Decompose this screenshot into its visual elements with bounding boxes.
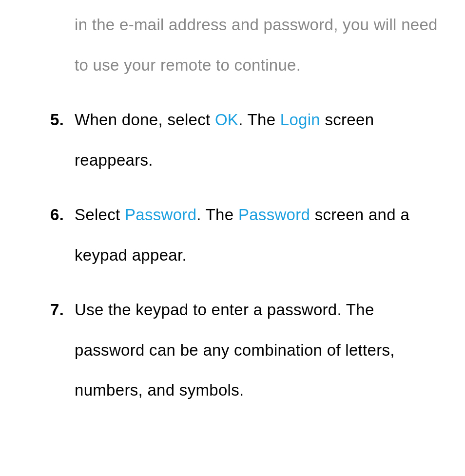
step-5-part-2: . The [238,111,280,129]
step-7-text: Use the keypad to enter a password. The … [75,301,395,399]
step-6: 6. Select Password. The Password screen … [75,195,446,275]
step-5-ok-highlight: OK [215,111,238,129]
step-number-6: 6. [50,195,64,235]
step-5-login-highlight: Login [280,111,320,129]
step-6-password-highlight-1: Password [125,206,196,224]
step-6-password-highlight-2: Password [238,206,310,224]
intro-paragraph: in the e-mail address and password, you … [75,5,446,85]
step-number-5: 5. [50,100,64,140]
step-5: 5. When done, select OK. The Login scree… [75,100,446,180]
step-6-part-2: . The [196,206,238,224]
step-6-text: Select Password. The Password screen and… [75,206,409,264]
step-number-7: 7. [50,290,64,330]
step-5-text: When done, select OK. The Login screen r… [75,111,374,169]
step-5-part-0: When done, select [75,111,215,129]
document-content: in the e-mail address and password, you … [0,0,465,411]
step-7: 7. Use the keypad to enter a password. T… [75,290,446,411]
step-6-part-0: Select [75,206,125,224]
step-7-part-0: Use the keypad to enter a password. The … [75,301,395,399]
